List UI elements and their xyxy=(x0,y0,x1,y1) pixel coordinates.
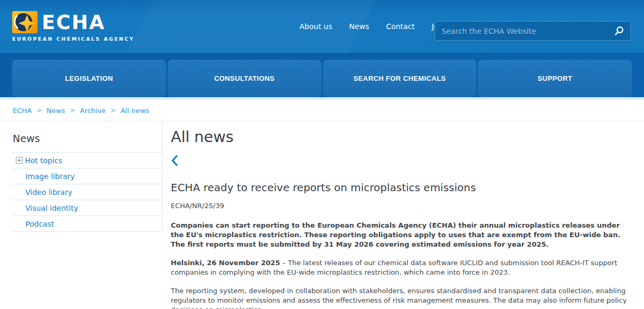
content-area: News Hot topics Image library Video libr… xyxy=(0,121,644,309)
breadcrumb-archive[interactable]: Archive xyxy=(80,107,106,115)
page-title: All news xyxy=(171,128,632,146)
tab-support[interactable]: SUPPORT xyxy=(478,60,632,97)
tab-legislation[interactable]: LEGISLATION xyxy=(12,60,166,97)
dateline-location-date: Helsinki, 26 November 2025 xyxy=(171,259,280,267)
sidebar-item-label[interactable]: Hot topics xyxy=(25,156,62,165)
breadcrumb-separator-icon: > xyxy=(36,107,42,114)
breadcrumb-news[interactable]: News xyxy=(47,107,65,115)
tab-consultations[interactable]: CONSULTATIONS xyxy=(168,60,321,97)
tab-search-for-chemicals[interactable]: SEARCH FOR CHEMICALS xyxy=(323,60,477,97)
breadcrumb-separator-icon: > xyxy=(111,107,116,114)
sidebar-menu: Hot topics Image library Video library V… xyxy=(12,152,162,232)
sidebar-item-label[interactable]: Video library xyxy=(25,188,72,196)
sidebar-item-image-library[interactable]: Image library xyxy=(12,168,162,184)
sidebar-item-visual-identity[interactable]: Visual identity xyxy=(12,200,162,216)
article-title: ECHA ready to receive reports on micropl… xyxy=(171,181,632,194)
breadcrumb-separator-icon: > xyxy=(70,107,75,114)
main-nav: LEGISLATION CONSULTATIONS SEARCH FOR CHE… xyxy=(0,53,644,97)
search-button[interactable] xyxy=(608,22,630,40)
sidebar-item-label[interactable]: Visual identity xyxy=(25,204,78,212)
top-nav-about-us[interactable]: About us xyxy=(299,22,332,31)
breadcrumb: ECHA > News > Archive > All news xyxy=(0,100,644,121)
article-dateline-paragraph: Helsinki, 26 November 2025 – The latest … xyxy=(171,258,632,277)
logo-tagline: EUROPEAN CHEMICALS AGENCY xyxy=(12,36,134,42)
site-search xyxy=(435,21,631,41)
article-main: All news ECHA ready to receive reports o… xyxy=(171,121,632,309)
sidebar-item-podcast[interactable]: Podcast xyxy=(12,216,162,231)
logo-acronym: ECHA xyxy=(42,12,105,33)
top-nav-news[interactable]: News xyxy=(349,22,369,31)
top-nav-contact[interactable]: Contact xyxy=(386,22,415,31)
echa-logo[interactable]: ECHA EUROPEAN CHEMICALS AGENCY xyxy=(12,11,134,42)
sidebar-item-label[interactable]: Image library xyxy=(25,172,75,181)
top-nav: About us News Contact Jobs xyxy=(299,22,447,31)
search-icon xyxy=(614,26,624,36)
article-reference: ECHA/NR/25/39 xyxy=(171,202,632,210)
back-button[interactable] xyxy=(171,154,179,167)
breadcrumb-echa[interactable]: ECHA xyxy=(13,107,32,115)
site-header: ECHA EUROPEAN CHEMICALS AGENCY About us … xyxy=(0,0,644,53)
breadcrumb-all-news[interactable]: All news xyxy=(121,107,149,115)
article-lead-paragraph: Companies can start reporting to the Eur… xyxy=(171,221,632,249)
search-input[interactable] xyxy=(435,22,608,40)
sidebar-item-label[interactable]: Podcast xyxy=(25,220,54,228)
sidebar-title: News xyxy=(12,133,162,144)
sidebar-item-video-library[interactable]: Video library xyxy=(12,184,162,200)
sidebar-item-hot-topics[interactable]: Hot topics xyxy=(12,152,162,168)
chevron-left-icon xyxy=(171,159,179,169)
echa-logo-icon xyxy=(12,11,38,33)
article-body-paragraph: The reporting system, developed in colla… xyxy=(171,286,632,309)
sidebar: News Hot topics Image library Video libr… xyxy=(12,121,162,232)
expand-plus-icon[interactable] xyxy=(16,157,23,164)
